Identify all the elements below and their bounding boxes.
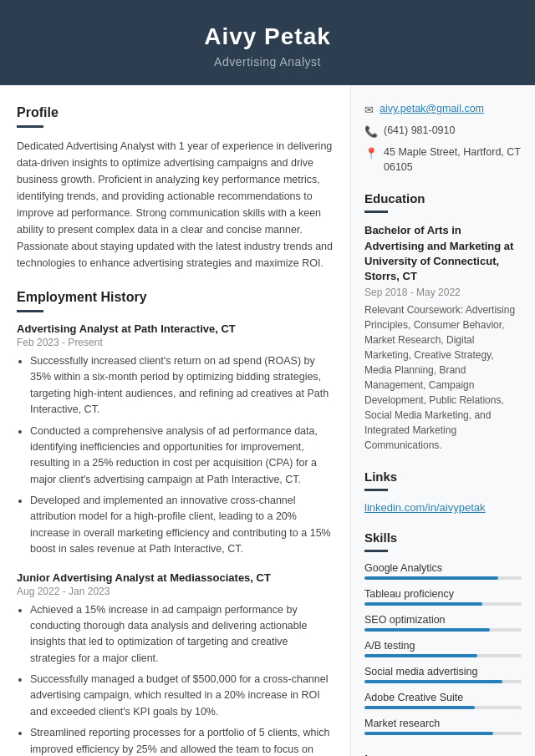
skill-bar-fill (364, 706, 475, 709)
address-text: 45 Maple Street, Hartford, CT 06105 (384, 145, 522, 175)
languages-title: Languages (364, 752, 522, 756)
skill-bar-fill (364, 732, 493, 735)
skill-name: Google Analytics (364, 562, 522, 574)
employment-section: Employment History Advertising Analyst a… (17, 290, 334, 756)
job-1-dates: Feb 2023 - Present (17, 337, 334, 348)
skill-name: A/B testing (364, 640, 522, 652)
skill-adobe: Adobe Creative Suite (364, 692, 522, 709)
links-section: Links linkedin.com/in/aivypetak (364, 469, 522, 514)
job-1: Advertising Analyst at Path Interactive,… (17, 322, 334, 558)
skills-title: Skills (364, 530, 522, 545)
employment-divider (17, 310, 43, 312)
skill-bar-bg (364, 732, 522, 735)
email-icon: ✉ (364, 103, 374, 118)
skill-ab-testing: A/B testing (364, 640, 522, 657)
education-divider (364, 211, 388, 213)
skill-seo: SEO optimization (364, 614, 522, 632)
skill-name: Social media advertising (364, 666, 522, 677)
list-item: Successfully managed a budget of $500,00… (30, 672, 334, 720)
contact-section: ✉ aivy.petak@gmail.com 📞 (641) 981-0910 … (364, 102, 522, 175)
main-layout: Profile Dedicated Advertising Analyst wi… (0, 85, 535, 756)
education-section: Education Bachelor of Arts in Advertisin… (364, 191, 522, 453)
list-item: Conducted a comprehensive analysis of ad… (30, 424, 334, 489)
skill-name: SEO optimization (364, 614, 522, 626)
email-link[interactable]: aivy.petak@gmail.com (380, 102, 484, 117)
edu-dates: Sep 2018 - May 2022 (364, 287, 522, 298)
contact-address: 📍 45 Maple Street, Hartford, CT 06105 (364, 145, 522, 175)
list-item: Successfully increased client's return o… (30, 353, 334, 419)
links-title: Links (364, 469, 522, 484)
languages-section: Languages English Portuguese (364, 752, 522, 756)
education-title: Education (364, 191, 522, 205)
location-icon: 📍 (364, 146, 378, 161)
skill-tableau: Tableau proficiency (364, 588, 522, 606)
skill-name: Tableau proficiency (364, 588, 522, 600)
job-2-bullets: Achieved a 15% increase in ad campaign p… (17, 602, 334, 757)
skill-google-analytics: Google Analytics (364, 562, 522, 580)
linkedin-link[interactable]: linkedin.com/in/aivypetak (364, 501, 486, 514)
profile-title: Profile (17, 105, 334, 120)
links-divider (364, 489, 388, 491)
candidate-title: Advertising Analyst (17, 55, 518, 68)
job-1-title: Advertising Analyst at Path Interactive,… (17, 322, 334, 335)
skill-bar-bg (364, 706, 522, 709)
skill-bar-fill (364, 602, 482, 606)
skill-bar-bg (364, 680, 522, 683)
skill-bar-fill (364, 628, 490, 632)
job-1-bullets: Successfully increased client's return o… (17, 353, 334, 558)
phone-text: (641) 981-0910 (384, 124, 455, 139)
left-column: Profile Dedicated Advertising Analyst wi… (0, 85, 351, 756)
list-item: Achieved a 15% increase in ad campaign p… (30, 602, 334, 667)
profile-divider (17, 125, 43, 128)
phone-icon: 📞 (364, 124, 378, 140)
skill-name: Adobe Creative Suite (364, 692, 522, 703)
edu-coursework: Relevant Coursework: Advertising Princip… (364, 302, 522, 453)
skill-bar-fill (364, 654, 477, 657)
profile-text: Dedicated Advertising Analyst with 1 yea… (17, 138, 334, 271)
skills-section: Skills Google Analytics Tableau proficie… (364, 530, 522, 735)
profile-section: Profile Dedicated Advertising Analyst wi… (17, 105, 334, 271)
skill-name: Market research (364, 718, 522, 729)
skill-bar-fill (364, 576, 498, 580)
right-column: ✉ aivy.petak@gmail.com 📞 (641) 981-0910 … (351, 85, 535, 756)
list-item: Streamlined reporting processes for a po… (30, 725, 334, 756)
skill-market-research: Market research (364, 718, 522, 735)
job-2-dates: Aug 2022 - Jan 2023 (17, 586, 334, 597)
skill-bar-bg (364, 654, 522, 657)
skills-divider (364, 550, 388, 552)
skill-social-media: Social media advertising (364, 666, 522, 683)
edu-degree: Bachelor of Arts in Advertising and Mark… (364, 223, 522, 284)
employment-title: Employment History (17, 290, 334, 305)
job-2-title: Junior Advertising Analyst at Mediassoci… (17, 571, 334, 584)
contact-email: ✉ aivy.petak@gmail.com (364, 102, 522, 118)
job-2: Junior Advertising Analyst at Mediassoci… (17, 571, 334, 757)
skill-bar-bg (364, 576, 522, 580)
skill-bar-bg (364, 628, 522, 632)
header: Aivy Petak Advertising Analyst (0, 0, 535, 85)
list-item: Developed and implemented an innovative … (30, 493, 334, 558)
skill-bar-bg (364, 602, 522, 606)
skill-bar-fill (364, 680, 502, 683)
candidate-name: Aivy Petak (17, 23, 518, 50)
contact-phone: 📞 (641) 981-0910 (364, 124, 522, 140)
